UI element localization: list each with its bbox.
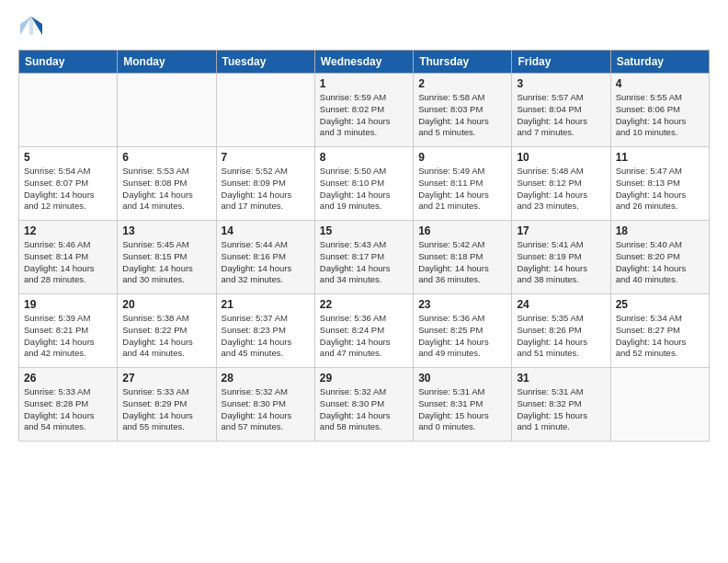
calendar-cell: 16Sunrise: 5:42 AMSunset: 8:18 PMDayligh… [414, 221, 512, 294]
calendar-cell [19, 74, 118, 147]
day-info: Sunrise: 5:53 AMSunset: 8:08 PMDaylight:… [122, 166, 210, 213]
day-info: Sunrise: 5:47 AMSunset: 8:13 PMDaylight:… [616, 166, 704, 213]
calendar-header-wednesday: Wednesday [314, 51, 413, 74]
day-number: 5 [24, 151, 112, 164]
day-info: Sunrise: 5:32 AMSunset: 8:30 PMDaylight:… [320, 386, 408, 433]
calendar-cell: 3Sunrise: 5:57 AMSunset: 8:04 PMDaylight… [512, 74, 610, 147]
day-number: 14 [222, 224, 310, 237]
logo [18, 15, 48, 40]
calendar-cell: 17Sunrise: 5:41 AMSunset: 8:19 PMDayligh… [512, 221, 610, 294]
day-number: 28 [222, 372, 310, 385]
day-info: Sunrise: 5:50 AMSunset: 8:10 PMDaylight:… [320, 166, 408, 213]
calendar-cell: 13Sunrise: 5:45 AMSunset: 8:15 PMDayligh… [118, 221, 216, 294]
logo-icon [18, 15, 44, 40]
day-number: 6 [122, 151, 210, 164]
calendar-cell: 5Sunrise: 5:54 AMSunset: 8:07 PMDaylight… [19, 147, 118, 221]
day-number: 20 [122, 298, 210, 311]
calendar-cell: 31Sunrise: 5:31 AMSunset: 8:32 PMDayligh… [512, 368, 610, 442]
calendar-cell: 30Sunrise: 5:31 AMSunset: 8:31 PMDayligh… [414, 368, 512, 442]
page: SundayMondayTuesdayWednesdayThursdayFrid… [0, 0, 728, 563]
day-info: Sunrise: 5:58 AMSunset: 8:03 PMDaylight:… [418, 92, 506, 139]
day-info: Sunrise: 5:36 AMSunset: 8:25 PMDaylight:… [418, 313, 506, 360]
day-info: Sunrise: 5:54 AMSunset: 8:07 PMDaylight:… [24, 166, 112, 213]
calendar-cell: 21Sunrise: 5:37 AMSunset: 8:23 PMDayligh… [216, 294, 314, 368]
calendar-week-5: 26Sunrise: 5:33 AMSunset: 8:28 PMDayligh… [19, 368, 710, 442]
calendar-header-monday: Monday [118, 51, 216, 74]
day-info: Sunrise: 5:44 AMSunset: 8:16 PMDaylight:… [222, 239, 310, 286]
day-number: 10 [517, 151, 605, 164]
calendar-cell: 14Sunrise: 5:44 AMSunset: 8:16 PMDayligh… [216, 221, 314, 294]
day-number: 7 [222, 151, 310, 164]
day-number: 12 [24, 224, 112, 237]
calendar-cell: 26Sunrise: 5:33 AMSunset: 8:28 PMDayligh… [19, 368, 118, 442]
svg-rect-3 [29, 17, 33, 35]
calendar-week-3: 12Sunrise: 5:46 AMSunset: 8:14 PMDayligh… [19, 221, 710, 294]
day-number: 26 [24, 372, 112, 385]
day-number: 21 [222, 298, 310, 311]
day-number: 23 [418, 298, 506, 311]
calendar-week-1: 1Sunrise: 5:59 AMSunset: 8:02 PMDaylight… [19, 74, 710, 147]
day-number: 3 [517, 77, 605, 90]
day-info: Sunrise: 5:46 AMSunset: 8:14 PMDaylight:… [24, 239, 112, 286]
calendar-cell: 10Sunrise: 5:48 AMSunset: 8:12 PMDayligh… [512, 147, 610, 221]
day-number: 29 [320, 372, 408, 385]
header [18, 15, 710, 40]
calendar-cell: 27Sunrise: 5:33 AMSunset: 8:29 PMDayligh… [118, 368, 216, 442]
day-number: 11 [616, 151, 704, 164]
day-info: Sunrise: 5:42 AMSunset: 8:18 PMDaylight:… [418, 239, 506, 286]
day-info: Sunrise: 5:32 AMSunset: 8:30 PMDaylight:… [222, 386, 310, 433]
day-number: 8 [320, 151, 408, 164]
calendar-cell [216, 74, 314, 147]
calendar-cell: 2Sunrise: 5:58 AMSunset: 8:03 PMDaylight… [414, 74, 512, 147]
day-info: Sunrise: 5:34 AMSunset: 8:27 PMDaylight:… [616, 313, 704, 360]
calendar-cell: 6Sunrise: 5:53 AMSunset: 8:08 PMDaylight… [118, 147, 216, 221]
day-info: Sunrise: 5:57 AMSunset: 8:04 PMDaylight:… [517, 92, 605, 139]
calendar-cell: 23Sunrise: 5:36 AMSunset: 8:25 PMDayligh… [414, 294, 512, 368]
calendar-cell: 28Sunrise: 5:32 AMSunset: 8:30 PMDayligh… [216, 368, 314, 442]
calendar-header-friday: Friday [512, 51, 610, 74]
day-number: 16 [418, 224, 506, 237]
day-info: Sunrise: 5:31 AMSunset: 8:31 PMDaylight:… [418, 386, 506, 433]
calendar-cell: 24Sunrise: 5:35 AMSunset: 8:26 PMDayligh… [512, 294, 610, 368]
day-info: Sunrise: 5:48 AMSunset: 8:12 PMDaylight:… [517, 166, 605, 213]
day-info: Sunrise: 5:31 AMSunset: 8:32 PMDaylight:… [517, 386, 605, 433]
calendar-header-thursday: Thursday [414, 51, 512, 74]
day-info: Sunrise: 5:40 AMSunset: 8:20 PMDaylight:… [616, 239, 704, 286]
calendar-cell: 4Sunrise: 5:55 AMSunset: 8:06 PMDaylight… [610, 74, 709, 147]
calendar-week-2: 5Sunrise: 5:54 AMSunset: 8:07 PMDaylight… [19, 147, 710, 221]
calendar-cell: 22Sunrise: 5:36 AMSunset: 8:24 PMDayligh… [314, 294, 413, 368]
calendar-cell: 29Sunrise: 5:32 AMSunset: 8:30 PMDayligh… [314, 368, 413, 442]
day-info: Sunrise: 5:39 AMSunset: 8:21 PMDaylight:… [24, 313, 112, 360]
day-number: 19 [24, 298, 112, 311]
day-number: 15 [320, 224, 408, 237]
day-number: 2 [418, 77, 506, 90]
calendar-header-row: SundayMondayTuesdayWednesdayThursdayFrid… [19, 51, 710, 74]
day-number: 17 [517, 224, 605, 237]
calendar-week-4: 19Sunrise: 5:39 AMSunset: 8:21 PMDayligh… [19, 294, 710, 368]
calendar-cell: 25Sunrise: 5:34 AMSunset: 8:27 PMDayligh… [610, 294, 709, 368]
calendar-cell: 1Sunrise: 5:59 AMSunset: 8:02 PMDaylight… [314, 74, 413, 147]
calendar-cell: 7Sunrise: 5:52 AMSunset: 8:09 PMDaylight… [216, 147, 314, 221]
calendar-cell: 8Sunrise: 5:50 AMSunset: 8:10 PMDaylight… [314, 147, 413, 221]
day-info: Sunrise: 5:33 AMSunset: 8:28 PMDaylight:… [24, 386, 112, 433]
calendar-cell [118, 74, 216, 147]
day-number: 9 [418, 151, 506, 164]
day-number: 27 [122, 372, 210, 385]
day-info: Sunrise: 5:33 AMSunset: 8:29 PMDaylight:… [122, 386, 210, 433]
day-info: Sunrise: 5:37 AMSunset: 8:23 PMDaylight:… [222, 313, 310, 360]
day-number: 22 [320, 298, 408, 311]
day-number: 31 [517, 372, 605, 385]
day-info: Sunrise: 5:49 AMSunset: 8:11 PMDaylight:… [418, 166, 506, 213]
calendar-cell: 15Sunrise: 5:43 AMSunset: 8:17 PMDayligh… [314, 221, 413, 294]
calendar-header-tuesday: Tuesday [216, 51, 314, 74]
calendar-header-sunday: Sunday [19, 51, 118, 74]
day-info: Sunrise: 5:59 AMSunset: 8:02 PMDaylight:… [320, 92, 408, 139]
day-info: Sunrise: 5:35 AMSunset: 8:26 PMDaylight:… [517, 313, 605, 360]
calendar-cell: 11Sunrise: 5:47 AMSunset: 8:13 PMDayligh… [610, 147, 709, 221]
calendar-cell: 12Sunrise: 5:46 AMSunset: 8:14 PMDayligh… [19, 221, 118, 294]
day-info: Sunrise: 5:36 AMSunset: 8:24 PMDaylight:… [320, 313, 408, 360]
day-info: Sunrise: 5:43 AMSunset: 8:17 PMDaylight:… [320, 239, 408, 286]
day-number: 30 [418, 372, 506, 385]
calendar-cell: 19Sunrise: 5:39 AMSunset: 8:21 PMDayligh… [19, 294, 118, 368]
day-info: Sunrise: 5:41 AMSunset: 8:19 PMDaylight:… [517, 239, 605, 286]
